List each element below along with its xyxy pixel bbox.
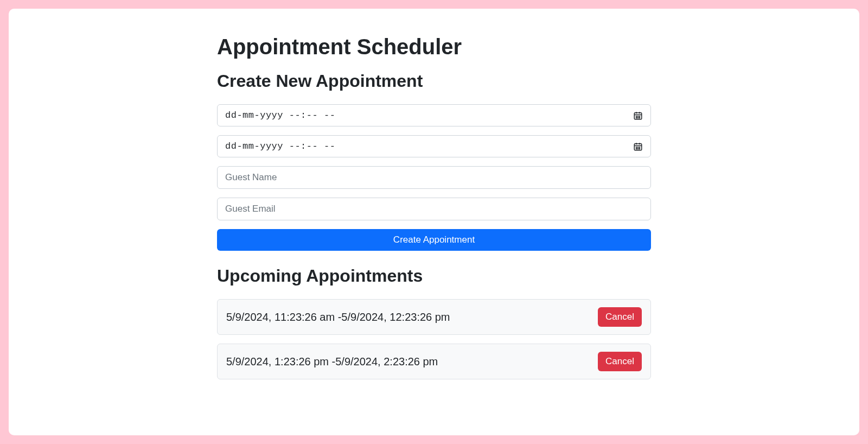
calendar-icon[interactable] (633, 111, 643, 120)
upcoming-heading: Upcoming Appointments (217, 266, 651, 286)
svg-point-17 (636, 148, 636, 149)
create-heading: Create New Appointment (217, 71, 651, 91)
guest-name-group (217, 166, 651, 189)
appointment-text: 5/9/2024, 1:23:26 pm -5/9/2024, 2:23:26 … (226, 356, 438, 368)
cancel-button[interactable]: Cancel (598, 352, 642, 371)
create-appointment-button[interactable]: Create Appointment (217, 229, 651, 251)
guest-email-input[interactable] (217, 198, 651, 220)
calendar-icon[interactable] (633, 142, 643, 151)
app-frame: Appointment Scheduler Create New Appoint… (9, 9, 859, 435)
end-datetime-placeholder: dd-mm-yyyy --:-- -- (225, 141, 633, 151)
appointment-item: 5/9/2024, 1:23:26 pm -5/9/2024, 2:23:26 … (217, 344, 651, 379)
end-datetime-group: dd-mm-yyyy --:-- -- (217, 135, 651, 157)
svg-point-18 (637, 148, 638, 149)
page-title: Appointment Scheduler (217, 35, 651, 59)
svg-point-8 (637, 117, 638, 118)
svg-point-5 (637, 116, 638, 116)
appointment-text: 5/9/2024, 11:23:26 am -5/9/2024, 12:23:2… (226, 311, 450, 324)
start-datetime-input[interactable]: dd-mm-yyyy --:-- -- (217, 104, 651, 126)
svg-point-15 (637, 147, 638, 147)
svg-point-9 (639, 117, 640, 118)
svg-point-14 (636, 147, 636, 147)
end-datetime-input[interactable]: dd-mm-yyyy --:-- -- (217, 135, 651, 157)
svg-point-19 (639, 148, 640, 149)
guest-email-group (217, 198, 651, 220)
cancel-button[interactable]: Cancel (598, 307, 642, 327)
start-datetime-group: dd-mm-yyyy --:-- -- (217, 104, 651, 126)
guest-name-input[interactable] (217, 166, 651, 189)
start-datetime-placeholder: dd-mm-yyyy --:-- -- (225, 110, 633, 120)
svg-point-6 (639, 116, 640, 116)
svg-point-7 (636, 117, 636, 118)
svg-point-16 (639, 147, 640, 147)
svg-point-4 (636, 116, 636, 116)
main-container: Appointment Scheduler Create New Appoint… (217, 35, 651, 379)
appointment-item: 5/9/2024, 11:23:26 am -5/9/2024, 12:23:2… (217, 299, 651, 335)
